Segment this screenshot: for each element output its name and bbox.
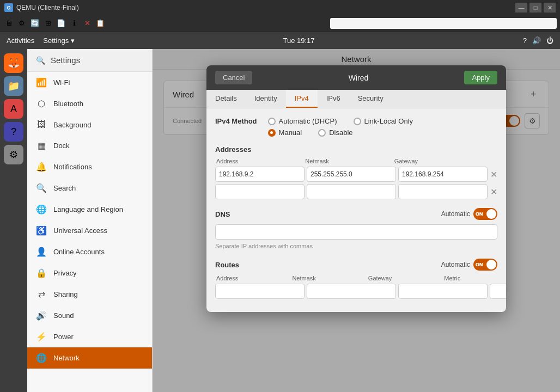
qemu-icon: Q	[4, 3, 13, 12]
address-input-1[interactable]	[215, 184, 305, 199]
sharing-icon: ⇄	[36, 289, 47, 299]
sidebar-item-privacy[interactable]: 🔒 Privacy	[27, 262, 152, 284]
routes-section: Routes Automatic ON Address N	[215, 259, 497, 299]
sidebar-item-label-privacy: Privacy	[53, 269, 77, 277]
column-headers: Address Netmask Gateway	[215, 158, 497, 164]
addresses-header: Addresses	[215, 145, 497, 154]
ipv4-method-link-local[interactable]: Link-Local Only	[354, 117, 413, 125]
route-address-input-0[interactable]	[215, 284, 305, 299]
search-icon: 🔍	[36, 183, 47, 193]
sidebar-item-label-online: Online Accounts	[53, 248, 105, 256]
gnome-topbar: Activities Settings ▾ Tue 19:17 ? 🔊 ⏻	[0, 32, 560, 49]
ipv4-method-label: IPv4 Method	[215, 117, 257, 125]
sidebar-item-wifi[interactable]: 📶 Wi-Fi	[27, 72, 152, 93]
sidebar-item-background[interactable]: 🖼 Background	[27, 114, 152, 135]
sidebar-item-network[interactable]: 🌐 Network	[27, 347, 152, 369]
dialog-cancel-button[interactable]: Cancel	[215, 71, 252, 84]
gateway-input-1[interactable]	[398, 184, 488, 199]
settings-sidebar: 🔍 Settings 📶 Wi-Fi ⬡ Bluetooth 🖼 Backgro…	[27, 49, 153, 392]
dock-item-firefox[interactable]: 🦊	[4, 53, 23, 73]
dock-item-files[interactable]: 📁	[4, 76, 23, 96]
address-row-1: ✕	[215, 184, 497, 199]
routes-column-headers: Address Netmask Gateway Metric	[215, 275, 497, 281]
ipv4-method-section: IPv4 Method Automatic (DHCP) Link-Local …	[215, 117, 497, 137]
dialog-apply-button[interactable]: Apply	[464, 71, 497, 84]
gnome-settings-menu[interactable]: Settings ▾	[43, 36, 75, 45]
dock-item-settings[interactable]: ⚙	[4, 145, 23, 164]
dialog-overlay: Cancel Wired Apply Details Identity IPv4	[153, 49, 560, 392]
sidebar-item-dock[interactable]: ▦ Dock	[27, 135, 152, 156]
sidebar-item-online-accounts[interactable]: 👤 Online Accounts	[27, 241, 152, 262]
route-netmask-input-0[interactable]	[307, 284, 396, 299]
netmask-input-0[interactable]	[307, 167, 396, 182]
gateway-input-0[interactable]	[398, 167, 488, 182]
routes-toggle-knob	[486, 260, 496, 270]
taskbar-icon-close[interactable]: ✕	[82, 18, 93, 29]
netmask-input-1[interactable]	[307, 184, 396, 199]
routes-toggle[interactable]: ON	[473, 259, 497, 271]
dns-toggle-knob	[486, 209, 496, 219]
dialog-tab-identity-label: Identity	[254, 94, 277, 102]
sidebar-item-sound[interactable]: 🔊 Sound	[27, 305, 152, 326]
route-metric-input-0[interactable]	[490, 284, 506, 299]
gnome-help-icon[interactable]: ?	[523, 36, 527, 45]
sidebar-item-label-universal: Universal Access	[53, 226, 107, 235]
close-button[interactable]: ✕	[544, 3, 556, 13]
ipv4-method-dhcp[interactable]: Automatic (DHCP)	[268, 117, 337, 125]
sidebar-item-search[interactable]: 🔍 Search	[27, 177, 152, 199]
dialog-tab-details[interactable]: Details	[206, 90, 246, 108]
dns-toggle-label: ON	[476, 211, 483, 217]
taskbar-icon-windows[interactable]: ⊞	[42, 18, 53, 29]
taskbar-icon-clipboard[interactable]: 📋	[95, 18, 106, 29]
address-input-0[interactable]	[215, 167, 305, 182]
maximize-button[interactable]: □	[529, 3, 541, 13]
route-gateway-input-0[interactable]	[398, 284, 488, 299]
sidebar-item-power[interactable]: ⚡ Power	[27, 326, 152, 347]
gnome-topbar-right: ? 🔊 ⏻	[523, 36, 553, 45]
sidebar-item-universal-access[interactable]: ♿ Universal Access	[27, 220, 152, 241]
radio-link-local-label: Link-Local Only	[364, 117, 413, 125]
radio-dhcp-circle	[268, 118, 276, 125]
sound-icon: 🔊	[36, 310, 47, 321]
taskbar-search-input[interactable]	[330, 18, 557, 29]
radio-link-local-circle	[354, 118, 361, 125]
gnome-power-icon[interactable]: ⏻	[546, 36, 553, 45]
taskbar-icon-info[interactable]: ℹ	[69, 18, 80, 29]
gnome-activities-button[interactable]: Activities	[7, 36, 34, 45]
ipv4-method-row1: Automatic (DHCP) Link-Local Only	[268, 117, 413, 125]
ipv4-method-disable[interactable]: Disable	[318, 128, 352, 137]
dock-item-help[interactable]: ?	[4, 122, 23, 142]
radio-dhcp-label: Automatic (DHCP)	[279, 117, 337, 125]
dock-item-store[interactable]: A	[4, 99, 23, 119]
dialog-tab-security[interactable]: Security	[349, 90, 392, 108]
sidebar-title: Settings	[51, 56, 80, 65]
dialog-title: Wired	[349, 74, 369, 82]
sidebar-item-label-wifi: Wi-Fi	[53, 78, 70, 87]
taskbar-icon-display[interactable]: 🖥	[3, 18, 14, 29]
gnome-clock: Tue 19:17	[283, 36, 314, 45]
dialog-tab-ipv4[interactable]: IPv4	[286, 90, 318, 108]
dialog-tab-identity[interactable]: Identity	[246, 90, 286, 108]
dns-input[interactable]	[215, 224, 497, 240]
dns-toggle[interactable]: ON	[473, 208, 497, 220]
dock-icon: ▦	[36, 140, 47, 151]
radio-disable-circle	[318, 129, 326, 137]
sidebar-item-notifications[interactable]: 🔔 Notifications	[27, 156, 152, 177]
taskbar-icon-settings[interactable]: ⚙	[16, 18, 27, 29]
title-bar: Q QEMU (Cliente-Final) — □ ✕	[0, 0, 560, 15]
sidebar-item-language[interactable]: 🌐 Language and Region	[27, 199, 152, 220]
taskbar-icon-doc[interactable]: 📄	[56, 18, 66, 29]
ipv4-method-manual[interactable]: Manual	[268, 128, 302, 137]
dialog-body: IPv4 Method Automatic (DHCP) Link-Local …	[206, 108, 506, 312]
addr-remove-btn-1[interactable]: ✕	[490, 186, 497, 198]
bluetooth-icon: ⬡	[36, 99, 47, 109]
minimize-button[interactable]: —	[515, 3, 527, 13]
dialog-tab-ipv6[interactable]: IPv6	[318, 90, 349, 108]
gnome-volume-icon[interactable]: 🔊	[532, 36, 541, 45]
sidebar-item-label-background: Background	[53, 121, 91, 129]
sidebar-item-sharing[interactable]: ⇄ Sharing	[27, 284, 152, 305]
addr-remove-btn-0[interactable]: ✕	[490, 168, 497, 180]
taskbar-icon-refresh[interactable]: 🔄	[29, 18, 40, 29]
sidebar-item-bluetooth[interactable]: ⬡ Bluetooth	[27, 93, 152, 114]
dns-auto-group: Automatic ON	[441, 208, 497, 220]
